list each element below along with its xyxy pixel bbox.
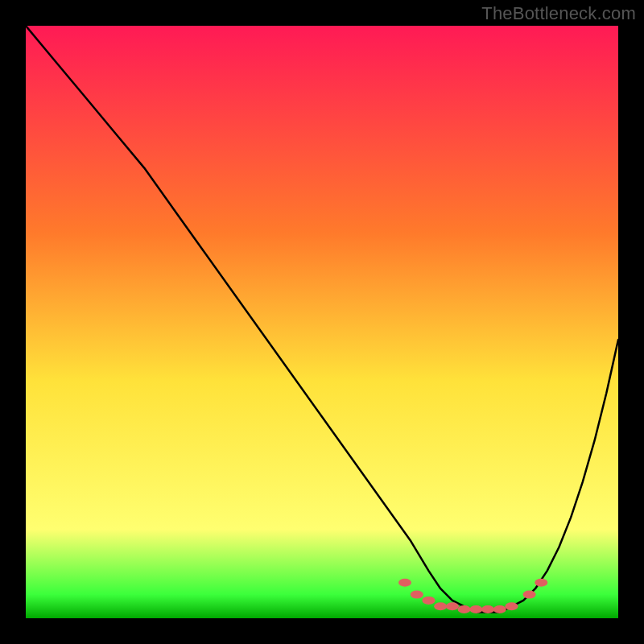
marker-dot <box>423 597 436 605</box>
marker-dot <box>446 602 459 610</box>
marker-dot <box>523 591 536 599</box>
marker-dot <box>434 602 447 610</box>
watermark-text: TheBottleneck.com <box>481 3 636 24</box>
gradient-background <box>26 26 618 618</box>
marker-dot <box>506 602 518 610</box>
marker-dot <box>481 605 494 613</box>
marker-dot <box>493 605 506 613</box>
chart-frame: TheBottleneck.com <box>0 0 644 644</box>
marker-dot <box>411 591 423 599</box>
marker-dot <box>458 605 471 613</box>
marker-dot <box>535 579 547 587</box>
marker-dot <box>469 605 482 613</box>
plot-svg <box>26 26 618 618</box>
marker-dot <box>398 579 411 587</box>
plot-area <box>26 26 618 618</box>
